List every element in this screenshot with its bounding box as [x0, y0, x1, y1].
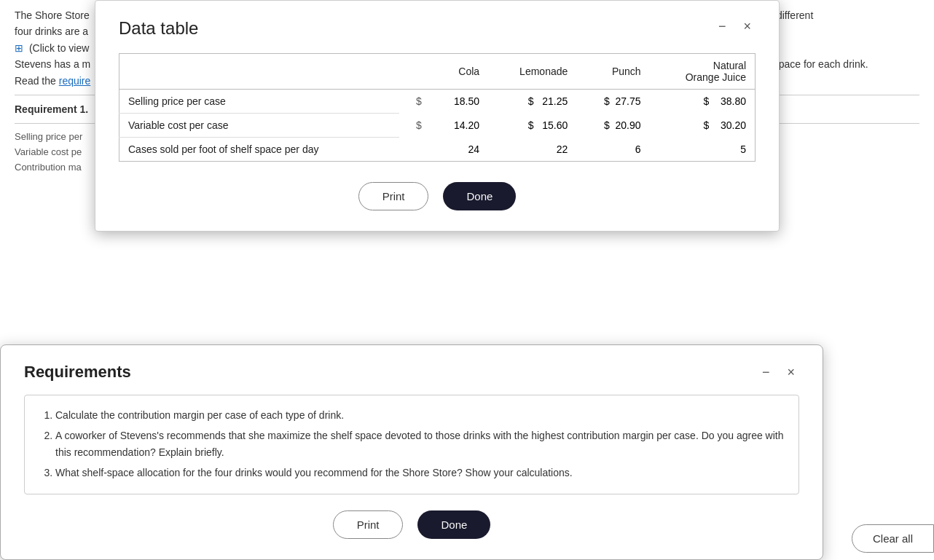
- cola-variable-cost: 14.20: [431, 114, 488, 138]
- lemonade-variable-cost: $ 15.60: [488, 114, 576, 138]
- table-row-cases-sold: Cases sold per foot of shelf space per d…: [119, 138, 756, 162]
- requirements-modal-title: Requirements: [24, 363, 131, 382]
- requirements-modal-footer: Print Done: [24, 510, 799, 539]
- data-table-modal-header: Data table − ×: [119, 18, 756, 39]
- data-table-modal-footer: Print Done: [119, 182, 756, 210]
- requirements-print-button[interactable]: Print: [333, 510, 404, 539]
- cola-cases-sold: 24: [431, 138, 488, 162]
- grid-icon[interactable]: ⊞: [15, 40, 23, 56]
- row-label-cases-sold: Cases sold per foot of shelf space per d…: [119, 138, 399, 162]
- clear-all-button[interactable]: Clear all: [852, 524, 934, 553]
- data-table-modal: Data table − × Cola Lemonade Punch Natur…: [95, 0, 780, 232]
- data-table-close-button[interactable]: ×: [739, 18, 756, 34]
- requirement-1: Calculate the contribution margin per ca…: [55, 407, 784, 425]
- oj-selling-price: $ 38.80: [650, 90, 756, 114]
- lemonade-cases-sold: 22: [488, 138, 576, 162]
- row-label-selling-price: Selling price per case: [119, 90, 399, 114]
- data-table-modal-controls: − ×: [714, 18, 756, 34]
- requirements-modal: Requirements − × Calculate the contribut…: [0, 344, 823, 560]
- data-table-header-row: Cola Lemonade Punch Natural Orange Juice: [119, 54, 756, 90]
- req-label: Requirement 1.: [15, 103, 88, 115]
- requirements-link[interactable]: require: [59, 75, 91, 87]
- row-label-variable-cost: Variable cost per case: [119, 114, 399, 138]
- data-table-minimize-button[interactable]: −: [714, 18, 731, 34]
- oj-header: Orange Juice: [686, 71, 746, 83]
- requirement-2: A coworker of Stevens's recommends that …: [55, 427, 784, 462]
- requirements-close-button[interactable]: ×: [782, 364, 799, 380]
- table-row-selling-price: Selling price per case $ 18.50 $ 21.25 $…: [119, 90, 756, 114]
- data-table: Cola Lemonade Punch Natural Orange Juice…: [119, 53, 756, 162]
- col-header-label: [119, 54, 399, 90]
- natural-header: Natural: [713, 60, 746, 71]
- punch-cases-sold: 6: [576, 138, 649, 162]
- row-blank-cases: [399, 138, 431, 162]
- oj-cases-sold: 5: [650, 138, 756, 162]
- requirements-modal-controls: − ×: [758, 364, 799, 380]
- requirement-3: What shelf-space allocation for the four…: [55, 465, 784, 482]
- requirements-minimize-button[interactable]: −: [758, 364, 774, 380]
- col-header-dollar: [399, 54, 431, 90]
- punch-selling-price: $ 27.75: [576, 90, 649, 114]
- col-header-oj: Natural Orange Juice: [650, 54, 756, 90]
- requirements-done-button[interactable]: Done: [417, 510, 490, 539]
- table-row-variable-cost: Variable cost per case $ 14.20 $ 15.60 $…: [119, 114, 756, 138]
- bg-line2: four drinks are a: [15, 25, 88, 37]
- cola-selling-price: 18.50: [431, 90, 488, 114]
- oj-variable-cost: $ 30.20: [650, 114, 756, 138]
- bg-line3: Stevens has a m: [15, 58, 90, 70]
- data-table-done-button[interactable]: Done: [443, 182, 516, 210]
- col-header-lemonade: Lemonade: [488, 54, 576, 90]
- bg-click-to-view: (Click to view: [29, 42, 89, 54]
- requirements-list: Calculate the contribution margin per ca…: [39, 407, 784, 482]
- lemonade-selling-price: $ 21.25: [488, 90, 576, 114]
- row-dollar-variable-cost: $: [399, 114, 431, 138]
- requirements-modal-header: Requirements − ×: [24, 363, 799, 382]
- data-table-modal-title: Data table: [119, 18, 198, 39]
- punch-variable-cost: $ 20.90: [576, 114, 649, 138]
- col-header-punch: Punch: [576, 54, 649, 90]
- bg-line1: The Shore Store: [15, 9, 90, 21]
- data-table-print-button[interactable]: Print: [358, 182, 429, 210]
- col-header-cola: Cola: [431, 54, 488, 90]
- row-dollar-selling-price: $: [399, 90, 431, 114]
- requirements-list-box: Calculate the contribution margin per ca…: [24, 395, 799, 494]
